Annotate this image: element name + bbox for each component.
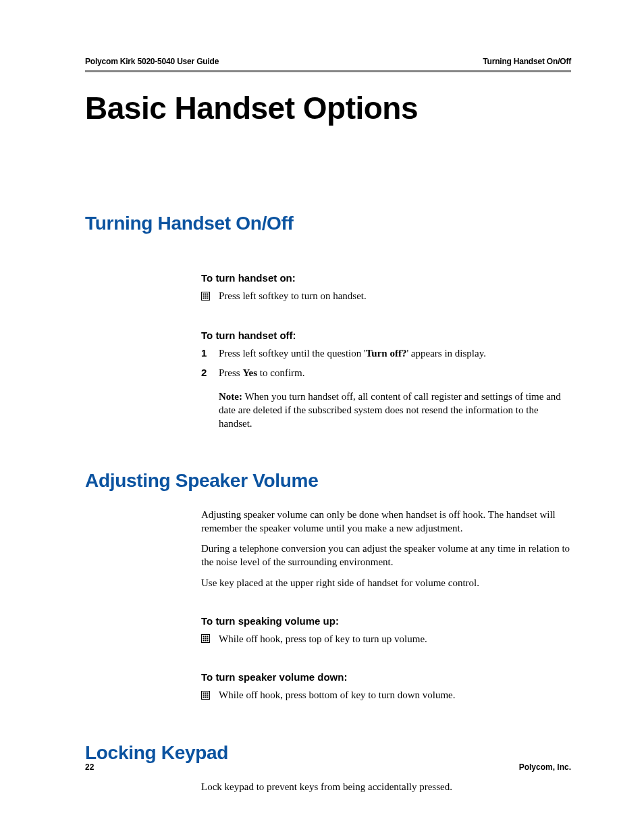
- keypad-icon: [201, 292, 219, 301]
- keypad-icon: [201, 691, 219, 700]
- note-body: When you turn handset off, all content o…: [219, 391, 561, 429]
- svg-rect-23: [207, 692, 209, 694]
- footer: 22 Polycom, Inc.: [85, 762, 571, 772]
- step-number: 2: [201, 366, 219, 380]
- svg-rect-28: [205, 696, 207, 698]
- note-label: Note:: [219, 391, 242, 402]
- svg-rect-14: [203, 638, 205, 640]
- svg-rect-6: [207, 295, 209, 296]
- svg-rect-19: [207, 640, 209, 642]
- svg-rect-12: [205, 636, 207, 637]
- running-header: Polycom Kirk 5020-5040 User Guide Turnin…: [85, 57, 571, 66]
- text-bold: Yes: [242, 367, 257, 378]
- step-text: Press left softkey to turn on handset.: [219, 289, 571, 303]
- paragraph: Lock keypad to prevent keys from being a…: [201, 780, 571, 793]
- paragraph: Use key placed at the upper right side o…: [201, 576, 571, 590]
- svg-rect-8: [205, 297, 207, 298]
- svg-rect-18: [205, 640, 207, 642]
- note: Note: When you turn handset off, all con…: [219, 390, 571, 431]
- svg-rect-27: [203, 696, 205, 698]
- svg-rect-15: [205, 638, 207, 640]
- section-heading-turning: Turning Handset On/Off: [85, 213, 571, 234]
- step-turn-off-2: 2 Press Yes to confirm.: [201, 366, 571, 380]
- step-volume-down: While off hook, press bottom of key to t…: [201, 688, 571, 702]
- page-title: Basic Handset Options: [85, 90, 571, 126]
- locking-intro: Lock keypad to prevent keys from being a…: [201, 780, 571, 793]
- text-part: ' appears in display.: [406, 348, 486, 359]
- svg-rect-4: [203, 295, 205, 296]
- text-part: Press left softkey until the question ': [219, 348, 366, 359]
- step-volume-up: While off hook, press top of key to turn…: [201, 632, 571, 646]
- svg-rect-3: [207, 293, 209, 294]
- svg-rect-24: [203, 694, 205, 696]
- keypad-icon: [201, 634, 219, 643]
- svg-rect-13: [207, 636, 209, 637]
- text-part: to confirm.: [257, 367, 304, 378]
- paragraph: Adjusting speaker volume can only be don…: [201, 508, 571, 536]
- section-heading-locking: Locking Keypad: [85, 742, 571, 764]
- step-text: While off hook, press top of key to turn…: [219, 632, 571, 646]
- svg-rect-17: [203, 640, 205, 642]
- step-text: Press left softkey until the question 'T…: [219, 346, 571, 360]
- volume-intro: Adjusting speaker volume can only be don…: [201, 508, 571, 590]
- svg-rect-26: [207, 694, 209, 696]
- svg-rect-22: [205, 692, 207, 694]
- header-right: Turning Handset On/Off: [483, 57, 571, 66]
- svg-rect-5: [205, 295, 207, 296]
- footer-company: Polycom, Inc.: [519, 762, 571, 772]
- svg-rect-16: [207, 638, 209, 640]
- svg-rect-21: [203, 692, 205, 694]
- text-bold: Turn off?: [366, 348, 407, 359]
- footer-page-number: 22: [85, 762, 94, 772]
- step-turn-on: Press left softkey to turn on handset.: [201, 289, 571, 303]
- section-heading-volume: Adjusting Speaker Volume: [85, 470, 571, 492]
- sub-heading-volume-down: To turn speaker volume down:: [201, 671, 571, 683]
- svg-rect-9: [207, 297, 209, 298]
- svg-rect-29: [207, 696, 209, 698]
- header-rule: [85, 70, 571, 72]
- turning-off-block: To turn handset off: 1 Press left softke…: [201, 330, 571, 430]
- sub-heading-turn-off: To turn handset off:: [201, 330, 571, 341]
- svg-rect-1: [203, 293, 205, 294]
- svg-rect-7: [203, 297, 205, 298]
- step-text: While off hook, press bottom of key to t…: [219, 688, 571, 702]
- step-text: Press Yes to confirm.: [219, 366, 571, 380]
- sub-heading-turn-on: To turn handset on:: [201, 272, 571, 284]
- svg-rect-11: [203, 636, 205, 637]
- paragraph: During a telephone conversion you can ad…: [201, 542, 571, 569]
- turning-on-block: To turn handset on: Press left softkey t…: [201, 272, 571, 303]
- step-turn-off-1: 1 Press left softkey until the question …: [201, 346, 571, 360]
- svg-rect-2: [205, 293, 207, 294]
- page: Polycom Kirk 5020-5040 User Guide Turnin…: [0, 0, 644, 834]
- header-left: Polycom Kirk 5020-5040 User Guide: [85, 57, 219, 66]
- sub-heading-volume-up: To turn speaking volume up:: [201, 615, 571, 627]
- svg-rect-25: [205, 694, 207, 696]
- text-part: Press: [219, 367, 242, 378]
- step-number: 1: [201, 346, 219, 360]
- volume-up-block: To turn speaking volume up: While off ho…: [201, 615, 571, 646]
- volume-down-block: To turn speaker volume down: While off h…: [201, 671, 571, 702]
